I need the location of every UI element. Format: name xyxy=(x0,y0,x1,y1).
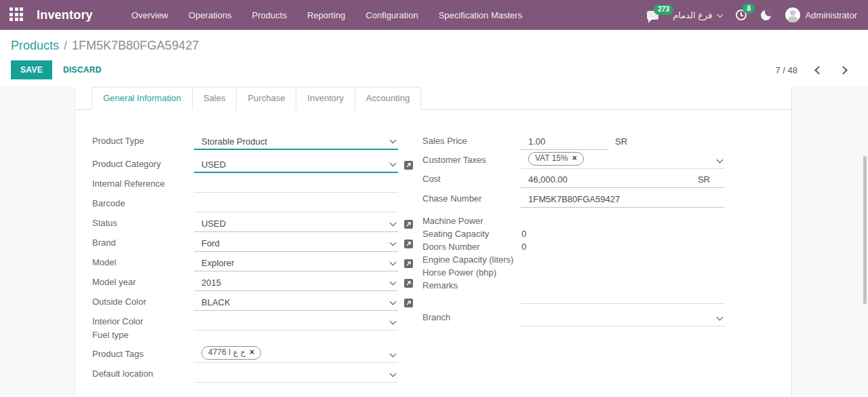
tab-inventory[interactable]: Inventory xyxy=(296,87,355,110)
brand-select[interactable]: Ford xyxy=(194,236,398,252)
internal-link-icon[interactable] xyxy=(404,259,413,268)
branch-select[interactable] xyxy=(521,311,725,326)
tab-sales[interactable]: Sales xyxy=(192,87,237,110)
control-panel: Products/1FM5K7B80FGA59427 SAVE DISCARD … xyxy=(0,30,868,87)
remove-tag-icon[interactable]: × xyxy=(572,153,577,164)
status-select[interactable]: USED xyxy=(194,216,398,232)
messages-button[interactable]: 273 xyxy=(647,11,658,20)
chevron-down-icon[interactable] xyxy=(390,160,397,167)
model-select[interactable]: Explorer xyxy=(194,256,398,271)
breadcrumb-current: 1FM5K7B80FGA59427 xyxy=(72,39,199,52)
discard-button[interactable]: DISCARD xyxy=(63,65,102,75)
form-sheet: General Information Sales Purchase Inven… xyxy=(75,87,792,397)
chevron-down-icon[interactable] xyxy=(390,279,397,286)
activities-button[interactable]: 8 xyxy=(736,10,747,20)
doors-number-value[interactable]: 0 xyxy=(521,242,526,252)
customer-taxes-input[interactable]: VAT 15% × xyxy=(521,152,725,169)
model-value: Explorer xyxy=(201,258,234,268)
chevron-down-icon[interactable] xyxy=(717,314,724,321)
field-label-interior-color: Interior Color xyxy=(92,316,194,330)
sales-price-currency: SR xyxy=(615,136,627,150)
right-column: Sales Price 1.00 SR Customer Taxes VAT 1… xyxy=(422,127,725,383)
remove-tag-icon[interactable]: × xyxy=(250,347,254,358)
field-label-doors-number: Doors Number xyxy=(422,242,521,252)
tab-general-information[interactable]: General Information xyxy=(92,87,193,110)
chase-number-input[interactable]: 1FM5K7B80FGA59427 xyxy=(521,192,725,208)
chevron-right-icon[interactable] xyxy=(839,66,848,75)
product-type-select[interactable]: Storable Product xyxy=(194,134,398,150)
product-category-select[interactable]: USED xyxy=(194,157,398,173)
breadcrumb: Products/1FM5K7B80FGA59427 xyxy=(11,39,857,53)
field-label-product-tags: Product Tags xyxy=(92,349,194,363)
left-column: Product Type Storable Product Product Ca… xyxy=(92,127,413,383)
breadcrumb-products-link[interactable]: Products xyxy=(11,39,59,52)
field-label-horse-power: Horse Power (bhp) xyxy=(422,267,521,278)
chase-number-value: 1FM5K7B80FGA59427 xyxy=(528,194,620,204)
cost-input[interactable]: 46,000.00 SR xyxy=(521,172,725,188)
chevron-down-icon[interactable] xyxy=(390,259,397,266)
model-year-select[interactable]: 2015 xyxy=(194,276,398,291)
internal-reference-input[interactable] xyxy=(194,177,398,193)
field-label-outside-color: Outside Color xyxy=(92,297,194,311)
tab-accounting[interactable]: Accounting xyxy=(355,87,421,110)
save-button[interactable]: SAVE xyxy=(11,60,52,79)
chevron-down-icon xyxy=(717,11,724,18)
menu-operations[interactable]: Operations xyxy=(181,6,239,24)
field-label-fuel-type: Fuel type xyxy=(92,330,194,344)
menu-specification-masters[interactable]: Specification Masters xyxy=(431,6,530,24)
chevron-down-icon[interactable] xyxy=(390,137,397,144)
pager-value[interactable]: 7 / 48 xyxy=(775,65,797,75)
field-label-status: Status xyxy=(92,218,194,232)
fuel-type-field[interactable] xyxy=(194,328,398,344)
chevron-left-icon[interactable] xyxy=(814,66,823,75)
product-category-value: USED xyxy=(201,159,226,170)
field-label-product-category: Product Category xyxy=(92,159,194,173)
field-label-engine-capacity: Engine Capacity (liters) xyxy=(422,254,521,265)
sales-price-value: 1.00 xyxy=(528,136,545,147)
dark-mode-toggle[interactable] xyxy=(761,10,771,20)
customer-tax-pill: VAT 15% × xyxy=(528,152,584,166)
chevron-down-icon[interactable] xyxy=(390,371,397,377)
chevron-down-icon[interactable] xyxy=(390,240,397,246)
internal-link-icon[interactable] xyxy=(404,240,413,248)
cost-value: 46,000.00 xyxy=(528,174,568,185)
vertical-scrollbar[interactable] xyxy=(863,156,867,304)
internal-link-icon[interactable] xyxy=(404,279,413,288)
menu-configuration[interactable]: Configuration xyxy=(358,6,425,24)
chevron-down-icon[interactable] xyxy=(717,157,724,164)
tab-purchase[interactable]: Purchase xyxy=(236,87,296,110)
messages-count-badge: 273 xyxy=(654,5,673,15)
outside-color-select[interactable]: BLACK xyxy=(194,295,398,311)
avatar xyxy=(785,7,800,22)
notebook-tabs: General Information Sales Purchase Inven… xyxy=(75,87,791,110)
internal-link-icon[interactable] xyxy=(404,299,413,307)
chevron-down-icon[interactable] xyxy=(390,351,397,358)
default-location-select[interactable] xyxy=(194,367,398,383)
branch-selector[interactable]: فرع الدمام xyxy=(673,10,722,20)
seating-capacity-value[interactable]: 0 xyxy=(521,229,526,239)
customer-tax-text: VAT 15% xyxy=(535,153,568,164)
app-name[interactable]: Inventory xyxy=(37,8,93,22)
field-label-sales-price: Sales Price xyxy=(422,136,521,150)
user-name: Administrator xyxy=(805,10,857,20)
menu-products[interactable]: Products xyxy=(245,6,294,24)
menu-overview[interactable]: Overview xyxy=(124,6,176,24)
sales-price-input[interactable]: 1.00 xyxy=(521,134,609,150)
chevron-down-icon[interactable] xyxy=(390,318,397,325)
moon-icon xyxy=(761,10,771,20)
breadcrumb-separator: / xyxy=(64,39,67,52)
internal-link-icon[interactable] xyxy=(404,161,413,170)
internal-link-icon[interactable] xyxy=(404,220,413,229)
field-label-cost: Cost xyxy=(422,174,521,188)
user-menu[interactable]: Administrator xyxy=(785,7,857,22)
chevron-down-icon[interactable] xyxy=(390,299,397,305)
apps-menu-icon[interactable] xyxy=(9,7,24,22)
product-tags-input[interactable]: 4776 ح ع ا × xyxy=(194,346,398,363)
chevron-down-icon[interactable] xyxy=(390,220,397,227)
main-menu: Overview Operations Products Reporting C… xyxy=(124,6,530,24)
vehicle-specs-group: Machine Power Seating Capacity 0 Doors N… xyxy=(422,214,725,292)
barcode-input[interactable] xyxy=(194,197,398,212)
field-label-remarks: Remarks xyxy=(422,280,521,290)
field-label-model-year: Model year xyxy=(92,277,194,291)
menu-reporting[interactable]: Reporting xyxy=(300,6,353,24)
